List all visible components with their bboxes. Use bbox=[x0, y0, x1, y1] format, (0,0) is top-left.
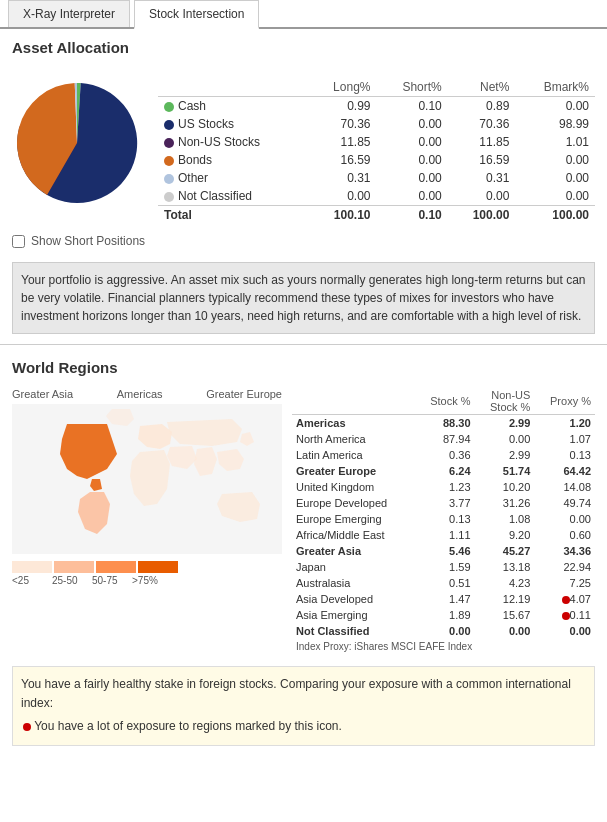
asset-row: Not Classified 0.00 0.00 0.00 0.00 bbox=[158, 187, 595, 206]
subregion-nonus: 12.19 bbox=[475, 591, 535, 607]
legend-lt25 bbox=[12, 561, 52, 573]
asset-allocation-content: Long% Short% Net% Bmark% Cash 0.99 0.10 … bbox=[0, 74, 607, 228]
region-label: Greater Europe bbox=[292, 463, 415, 479]
world-regions-bullet-text: You have a lot of exposure to regions ma… bbox=[34, 719, 342, 733]
asset-dot bbox=[164, 138, 174, 148]
asset-row: US Stocks 70.36 0.00 70.36 98.99 bbox=[158, 115, 595, 133]
section-divider bbox=[0, 344, 607, 345]
regions-col-proxy: Proxy % bbox=[534, 388, 595, 415]
show-short-checkbox[interactable] bbox=[12, 235, 25, 248]
region-sub-row: North America 87.94 0.00 1.07 bbox=[292, 431, 595, 447]
subregion-stock: 1.23 bbox=[415, 479, 475, 495]
subregion-proxy: 0.11 bbox=[534, 607, 595, 623]
subregion-nonus: 10.20 bbox=[475, 479, 535, 495]
subregion-nonus: 9.20 bbox=[475, 527, 535, 543]
subregion-nonus: 13.18 bbox=[475, 559, 535, 575]
asset-long: 0.00 bbox=[308, 187, 377, 206]
map-legend bbox=[12, 561, 282, 573]
world-regions-info-text: You have a fairly healthy stake in forei… bbox=[21, 675, 586, 713]
asset-dot bbox=[164, 192, 174, 202]
red-dot-indicator bbox=[562, 612, 570, 620]
asset-label: Not Classified bbox=[158, 187, 308, 206]
region-header-row: Americas 88.30 2.99 1.20 bbox=[292, 415, 595, 432]
asset-allocation-pie bbox=[12, 78, 142, 208]
region-stock: 0.00 bbox=[415, 623, 475, 639]
asset-short: 0.00 bbox=[376, 133, 447, 151]
asset-long: 70.36 bbox=[308, 115, 377, 133]
asset-short: 0.00 bbox=[376, 169, 447, 187]
world-regions-bullet-row: You have a lot of exposure to regions ma… bbox=[21, 717, 586, 736]
region-header-row: Greater Europe 6.24 51.74 64.42 bbox=[292, 463, 595, 479]
legend-50-75 bbox=[96, 561, 136, 573]
asset-row: Bonds 16.59 0.00 16.59 0.00 bbox=[158, 151, 595, 169]
legend-25-50 bbox=[54, 561, 94, 573]
region-label: Greater Asia bbox=[292, 543, 415, 559]
asset-short: 0.00 bbox=[376, 187, 447, 206]
subregion-nonus: 31.26 bbox=[475, 495, 535, 511]
subregion-stock: 3.77 bbox=[415, 495, 475, 511]
asset-label: Bonds bbox=[158, 151, 308, 169]
asset-long: 11.85 bbox=[308, 133, 377, 151]
subregion-proxy: 22.94 bbox=[534, 559, 595, 575]
subregion-proxy: 14.08 bbox=[534, 479, 595, 495]
subregion-label: Australasia bbox=[292, 575, 415, 591]
subregion-stock: 1.59 bbox=[415, 559, 475, 575]
show-short-label: Show Short Positions bbox=[31, 234, 145, 248]
asset-dot bbox=[164, 156, 174, 166]
subregion-label: Japan bbox=[292, 559, 415, 575]
subregion-label: Europe Emerging bbox=[292, 511, 415, 527]
subregion-label: Asia Developed bbox=[292, 591, 415, 607]
region-sub-row: Latin America 0.36 2.99 0.13 bbox=[292, 447, 595, 463]
asset-net: 70.36 bbox=[448, 115, 516, 133]
subregion-stock: 0.51 bbox=[415, 575, 475, 591]
asset-bmark: 0.00 bbox=[515, 187, 595, 206]
asset-allocation-table: Long% Short% Net% Bmark% Cash 0.99 0.10 … bbox=[158, 78, 595, 224]
subregion-stock: 1.47 bbox=[415, 591, 475, 607]
asset-long: 0.31 bbox=[308, 169, 377, 187]
asset-row: Other 0.31 0.00 0.31 0.00 bbox=[158, 169, 595, 187]
region-label: Not Classified bbox=[292, 623, 415, 639]
region-nonus: 45.27 bbox=[475, 543, 535, 559]
asset-total-row: Total 100.10 0.10 100.00 100.00 bbox=[158, 206, 595, 225]
world-regions-content: Greater Asia Americas Greater Europe bbox=[0, 384, 607, 658]
region-proxy: 1.20 bbox=[534, 415, 595, 432]
total-short: 0.10 bbox=[376, 206, 447, 225]
asset-label: Cash bbox=[158, 97, 308, 116]
asset-dot bbox=[164, 120, 174, 130]
total-label: Total bbox=[158, 206, 308, 225]
col-net: Net% bbox=[448, 78, 516, 97]
regions-col-nonus: Non-USStock % bbox=[475, 388, 535, 415]
region-nonus: 0.00 bbox=[475, 623, 535, 639]
map-labels: Greater Asia Americas Greater Europe bbox=[12, 388, 282, 400]
asset-net: 11.85 bbox=[448, 133, 516, 151]
subregion-nonus: 4.23 bbox=[475, 575, 535, 591]
tabs-container: X-Ray Interpreter Stock Intersection bbox=[0, 0, 607, 29]
show-short-row: Show Short Positions bbox=[0, 228, 607, 254]
tab-stock-intersection[interactable]: Stock Intersection bbox=[134, 0, 259, 29]
map-label-europe: Greater Europe bbox=[206, 388, 282, 400]
regions-table: Stock % Non-USStock % Proxy % Americas 8… bbox=[292, 388, 595, 654]
asset-net: 0.89 bbox=[448, 97, 516, 116]
asset-label: Non-US Stocks bbox=[158, 133, 308, 151]
map-label-americas: Americas bbox=[117, 388, 163, 400]
legend-gt75 bbox=[138, 561, 178, 573]
subregion-stock: 1.11 bbox=[415, 527, 475, 543]
region-proxy: 64.42 bbox=[534, 463, 595, 479]
region-sub-row: Africa/Middle East 1.11 9.20 0.60 bbox=[292, 527, 595, 543]
region-nonus: 2.99 bbox=[475, 415, 535, 432]
tab-xray[interactable]: X-Ray Interpreter bbox=[8, 0, 130, 27]
asset-bmark: 0.00 bbox=[515, 169, 595, 187]
region-proxy: 0.00 bbox=[534, 623, 595, 639]
region-stock: 88.30 bbox=[415, 415, 475, 432]
subregion-nonus: 1.08 bbox=[475, 511, 535, 527]
asset-short: 0.10 bbox=[376, 97, 447, 116]
region-sub-row: Australasia 0.51 4.23 7.25 bbox=[292, 575, 595, 591]
subregion-label: United Kingdom bbox=[292, 479, 415, 495]
subregion-label: North America bbox=[292, 431, 415, 447]
asset-long: 0.99 bbox=[308, 97, 377, 116]
asset-short: 0.00 bbox=[376, 151, 447, 169]
legend-labels-row: <25 25-50 50-75 >75% bbox=[12, 575, 282, 586]
red-dot-bullet bbox=[23, 723, 31, 731]
subregion-nonus: 2.99 bbox=[475, 447, 535, 463]
region-stock: 6.24 bbox=[415, 463, 475, 479]
